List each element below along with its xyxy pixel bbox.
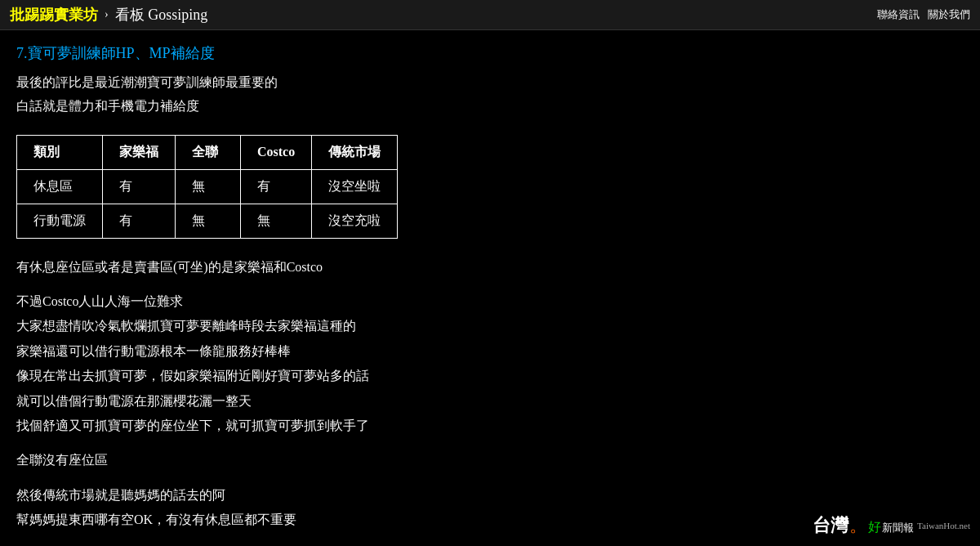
col-header-carrefour: 家樂福 — [103, 135, 176, 169]
footer-taiwan: 台灣 — [813, 513, 849, 538]
table-cell: 無 — [176, 204, 241, 238]
footer-brand: 台灣 。 好 新聞報 TaiwanHot.net — [813, 513, 970, 538]
intro-line2: 白話就是體力和手機電力補給度 — [16, 99, 199, 113]
paragraph-1: 有休息座位區或者是賣書區(可坐)的是家樂福和Costco — [16, 255, 964, 280]
col-header-costco: Costco — [241, 135, 312, 169]
col-header-pxmart: 全聯 — [176, 135, 241, 169]
paragraph-3: 全聯沒有座位區 — [16, 448, 964, 472]
intro-line1: 最後的評比是最近潮潮寶可夢訓練師最重要的 — [16, 75, 278, 89]
footer-dot: 。 — [849, 513, 867, 538]
breadcrumb-separator: › — [105, 8, 109, 21]
table-cell: 有 — [241, 169, 312, 204]
table-cell: 有 — [103, 169, 176, 204]
table-cell: 無 — [176, 169, 241, 204]
comparison-table: 類別 家樂福 全聯 Costco 傳統市場 休息區有無有沒空坐啦行動電源有無無沒… — [16, 135, 398, 239]
main-content: 7.寶可夢訓練師HP、MP補給度 最後的評比是最近潮潮寶可夢訓練師最重要的 白話… — [0, 30, 980, 546]
breadcrumb-current: 看板 Gossiping — [115, 5, 208, 25]
header-left: 批踢踢實業坊 › 看板 Gossiping — [10, 5, 207, 25]
footer-news: 新聞報 — [882, 521, 914, 535]
intro-text: 最後的評比是最近潮潮寶可夢訓練師最重要的 白話就是體力和手機電力補給度 — [16, 71, 964, 119]
about-link[interactable]: 關於我們 — [928, 7, 970, 22]
footer-sub: TaiwanHot.net — [917, 521, 970, 530]
header-right: 聯絡資訊 關於我們 — [877, 7, 970, 22]
site-title[interactable]: 批踢踢實業坊 — [10, 5, 98, 25]
header: 批踢踢實業坊 › 看板 Gossiping 聯絡資訊 關於我們 — [0, 0, 980, 30]
paragraph-2: 不過Costco人山人海一位難求 大家想盡情吹冷氣軟爛抓寶可夢要離峰時段去家樂福… — [16, 289, 964, 438]
table-cell: 沒空坐啦 — [312, 169, 398, 204]
table-cell: 行動電源 — [17, 204, 103, 238]
table-row: 行動電源有無無沒空充啦 — [17, 204, 398, 238]
table-cell: 無 — [241, 204, 312, 238]
table-cell: 沒空充啦 — [312, 204, 398, 238]
table-cell: 休息區 — [17, 169, 103, 204]
footer-good: 好 — [868, 519, 881, 536]
col-header-category: 類別 — [17, 135, 103, 169]
section-title: 7.寶可夢訓練師HP、MP補給度 — [16, 43, 964, 63]
table-row: 休息區有無有沒空坐啦 — [17, 169, 398, 204]
table-cell: 有 — [103, 204, 176, 238]
contact-link[interactable]: 聯絡資訊 — [877, 7, 920, 22]
col-header-market: 傳統市場 — [312, 135, 398, 169]
table-header-row: 類別 家樂福 全聯 Costco 傳統市場 — [17, 135, 398, 169]
